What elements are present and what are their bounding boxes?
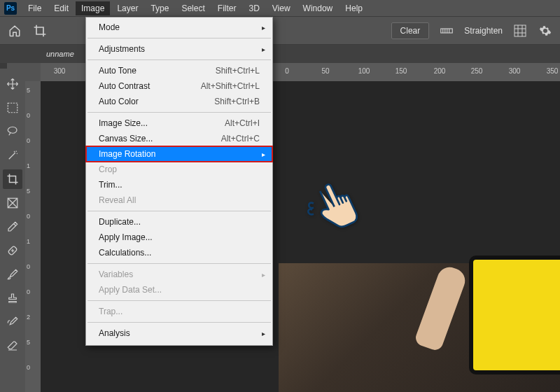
menu-image[interactable]: Image — [76, 1, 110, 15]
ruler-tick: 0 — [27, 364, 30, 371]
svg-rect-2 — [8, 103, 18, 113]
menu-item-auto-tone[interactable]: Auto ToneShift+Ctrl+L — [86, 63, 272, 78]
image-menu-dropdown: ModeAdjustmentsAuto ToneShift+Ctrl+LAuto… — [85, 17, 273, 346]
menu-item-variables: Variables — [86, 267, 272, 282]
document-tab[interactable]: unname — [39, 47, 81, 61]
ruler-tick: 0 — [285, 67, 289, 75]
gear-icon[interactable] — [538, 23, 553, 38]
marquee-tool[interactable] — [3, 98, 22, 118]
menu-item-adjustments[interactable]: Adjustments — [86, 41, 272, 57]
ruler-tick: 150 — [396, 67, 407, 75]
ruler-tick: 250 — [471, 67, 483, 75]
ruler-tick: 350 — [547, 67, 559, 75]
menu-layer[interactable]: Layer — [111, 1, 144, 15]
stamp-tool[interactable] — [3, 288, 22, 308]
ruler-tick: 0 — [27, 263, 30, 270]
menu-separator — [88, 300, 271, 301]
menu-item-duplicate[interactable]: Duplicate... — [86, 214, 272, 230]
panel-handle[interactable] — [0, 63, 7, 69]
menu-item-auto-color[interactable]: Auto ColorShift+Ctrl+B — [86, 94, 272, 109]
menu-item-apply-data-set: Apply Data Set... — [86, 282, 272, 298]
move-tool[interactable] — [3, 74, 22, 94]
ruler-tick: 5 — [27, 339, 30, 346]
image-content — [414, 264, 469, 352]
ruler-tick: 200 — [434, 67, 446, 75]
menu-item-mode[interactable]: Mode — [86, 20, 272, 35]
straighten-icon[interactable] — [439, 23, 454, 38]
ruler-vertical[interactable]: 500150100250 — [25, 81, 41, 392]
ruler-tick: 5 — [27, 87, 30, 94]
menu-separator — [88, 59, 271, 60]
wand-tool[interactable] — [3, 146, 22, 165]
options-bar: Clear Straighten — [0, 17, 560, 45]
tutorial-pointer-icon — [301, 175, 364, 240]
menu-separator — [88, 38, 271, 38]
tools-panel — [0, 70, 25, 392]
menu-item-crop: Crop — [86, 162, 272, 177]
ruler-tick: 50 — [321, 67, 329, 75]
history-brush-tool[interactable] — [3, 312, 22, 332]
frame-tool[interactable] — [3, 193, 22, 213]
menu-file[interactable]: File — [22, 1, 47, 15]
menu-type[interactable]: Type — [145, 1, 174, 15]
svg-rect-1 — [514, 25, 526, 36]
menu-item-image-rotation[interactable]: Image Rotation — [86, 146, 272, 162]
crop-preset-icon[interactable] — [32, 23, 48, 38]
eraser-tool[interactable] — [3, 336, 22, 356]
image-content — [469, 255, 560, 374]
menu-item-auto-contrast[interactable]: Auto ContrastAlt+Shift+Ctrl+L — [86, 78, 272, 94]
ruler-tick: 1 — [27, 238, 30, 245]
crop-tool[interactable] — [3, 169, 22, 189]
menu-item-canvas-size[interactable]: Canvas Size...Alt+Ctrl+C — [86, 131, 272, 146]
ruler-tick: 300 — [54, 67, 66, 75]
ruler-tick: 5 — [27, 188, 30, 195]
menu-item-apply-image[interactable]: Apply Image... — [86, 230, 272, 245]
menu-select[interactable]: Select — [176, 1, 210, 15]
heal-tool[interactable] — [3, 241, 22, 260]
menu-edit[interactable]: Edit — [48, 1, 74, 15]
ruler-tick: 0 — [27, 112, 30, 119]
home-icon[interactable] — [7, 23, 22, 38]
ruler-tick: 2 — [27, 314, 30, 321]
menu-item-trim[interactable]: Trim... — [86, 177, 272, 192]
menubar: Ps FileEditImageLayerTypeSelectFilter3DV… — [0, 0, 560, 17]
brush-tool[interactable] — [3, 265, 22, 284]
grid-overlay-icon[interactable] — [512, 23, 528, 38]
menu-item-reveal-all: Reveal All — [86, 192, 272, 208]
menu-help[interactable]: Help — [340, 1, 368, 15]
ruler-tick: 0 — [27, 213, 30, 220]
ruler-tick: 0 — [27, 137, 30, 144]
menu-window[interactable]: Window — [298, 1, 339, 15]
ruler-tick: 1 — [27, 162, 30, 169]
menu-item-calculations[interactable]: Calculations... — [86, 245, 272, 260]
menu-separator — [88, 211, 271, 211]
menu-item-analysis[interactable]: Analysis — [86, 326, 272, 341]
ruler-tick: 100 — [358, 67, 370, 75]
straighten-label: Straighten — [464, 26, 503, 36]
ruler-tick: 300 — [509, 67, 521, 75]
menu-3d[interactable]: 3D — [243, 1, 265, 15]
lasso-tool[interactable] — [3, 122, 22, 141]
menu-item-trap: Trap... — [86, 304, 272, 319]
eyedropper-tool[interactable] — [3, 217, 22, 237]
menu-filter[interactable]: Filter — [212, 1, 242, 15]
menu-separator — [88, 322, 271, 323]
menu-separator — [88, 112, 271, 113]
menu-view[interactable]: View — [267, 1, 296, 15]
document-image — [279, 263, 560, 392]
menu-separator — [88, 263, 271, 264]
ruler-tick: 0 — [27, 288, 30, 295]
clear-button[interactable]: Clear — [391, 22, 430, 39]
document-tabbar: unname — [0, 45, 560, 63]
app-logo: Ps — [4, 2, 17, 15]
menu-item-image-size[interactable]: Image Size...Alt+Ctrl+I — [86, 115, 272, 131]
